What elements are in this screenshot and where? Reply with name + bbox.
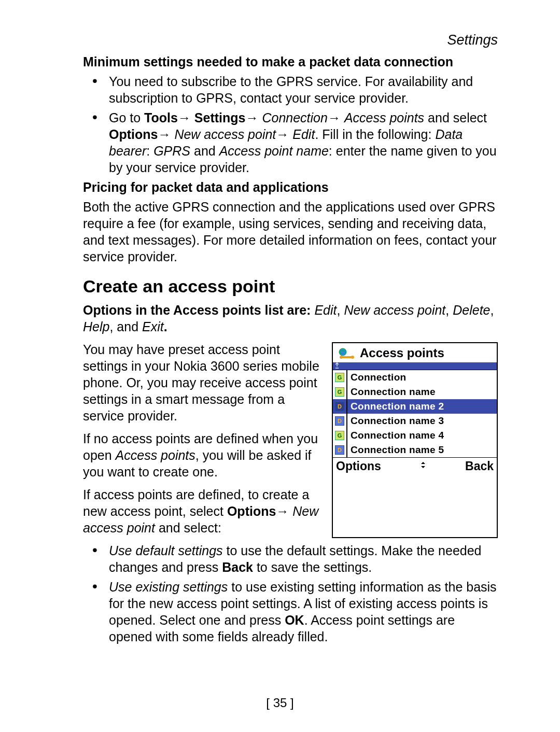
- phone-status-bar: [333, 362, 497, 370]
- ok-label: OK: [285, 613, 304, 627]
- phone-screenshot: Access points GGDDGD ConnectionConnectio…: [332, 342, 498, 538]
- softkey-back[interactable]: Back: [465, 459, 494, 474]
- data-icon: D: [333, 399, 346, 414]
- t: .: [164, 319, 167, 334]
- access-point-row[interactable]: Connection name 4: [347, 428, 497, 443]
- phone-title-text: Access points: [360, 345, 444, 361]
- t: to save the settings.: [253, 560, 372, 574]
- access-point-row[interactable]: Connection name: [347, 385, 497, 399]
- softkey-options[interactable]: Options: [336, 459, 381, 474]
- opt-new-access-point: New access point: [344, 303, 445, 317]
- data-icon: D: [333, 443, 346, 457]
- access-point-row[interactable]: Connection name 5: [347, 443, 497, 457]
- opt-delete: Delete: [453, 303, 490, 317]
- phone-titlebar: Access points: [333, 343, 497, 362]
- bullet-subscribe: You need to subscribe to the GPRS servic…: [83, 73, 498, 106]
- opt-exit: Exit: [142, 319, 164, 334]
- arrow-icon: →: [178, 110, 194, 125]
- opt-edit: Edit: [314, 303, 337, 317]
- settings-label: Settings: [194, 110, 246, 125]
- access-point-row[interactable]: Connection name 3: [347, 414, 497, 428]
- heading-create-access-point: Create an access point: [83, 275, 498, 298]
- subhead-pricing: Pricing for packet data and applications: [83, 179, 498, 195]
- edit-label: Edit: [292, 127, 315, 142]
- back-label: Back: [222, 560, 253, 574]
- options-label: Options: [227, 504, 276, 518]
- access-point-row[interactable]: Connection name 2: [347, 399, 497, 414]
- gprs-icon: G: [333, 385, 346, 399]
- svg-point-3: [351, 356, 354, 359]
- access-point-row[interactable]: Connection: [347, 370, 497, 385]
- bullet-path: Go to Tools→ Settings→ Connection→ Acces…: [83, 109, 498, 176]
- arrow-icon: →: [245, 110, 262, 125]
- bullet-use-existing: Use existing settings to use existing se…: [83, 579, 498, 645]
- data-icon: D: [333, 414, 346, 428]
- opt-help: Help: [83, 319, 109, 334]
- options-sentence: Options in the Access points list are: E…: [83, 302, 498, 335]
- page-number: [ 35 ]: [0, 695, 560, 711]
- svg-point-2: [340, 356, 343, 359]
- arrow-icon: →: [276, 504, 292, 518]
- t: :: [146, 144, 153, 158]
- access-points-label: Access points: [344, 110, 424, 125]
- nav-updown-icon[interactable]: [419, 461, 427, 472]
- t: and: [117, 319, 142, 334]
- globe-connector-icon: [337, 347, 355, 359]
- gprs-icon: G: [333, 428, 346, 443]
- signal-icon: [334, 362, 340, 370]
- tools-label: Tools: [144, 110, 178, 125]
- t: and select: [424, 110, 487, 125]
- gprs-icon: G: [333, 370, 346, 385]
- no-ap-para: If no access points are defined when you…: [83, 430, 321, 480]
- phone-list: GGDDGD ConnectionConnection nameConnecti…: [333, 370, 497, 458]
- t: Go to: [109, 110, 144, 125]
- t: and select:: [155, 520, 221, 535]
- options-label: Options: [109, 127, 158, 142]
- use-existing-label: Use existing settings: [109, 580, 228, 594]
- arrow-icon: →: [328, 110, 344, 125]
- apn-label: Access point name: [219, 144, 329, 158]
- connection-label: Connection: [262, 110, 327, 125]
- pricing-para: Both the active GPRS connection and the …: [83, 199, 498, 265]
- preset-para: You may have preset access point setting…: [83, 341, 321, 424]
- t: . Fill in the following:: [315, 127, 435, 142]
- ap-italic: Access points: [116, 448, 195, 462]
- arrow-icon: →: [276, 127, 292, 142]
- t: Options in the Access points list are:: [83, 303, 314, 317]
- create-ap-para: If access points are defined, to create …: [83, 486, 321, 536]
- subhead-min-settings: Minimum settings needed to make a packet…: [83, 53, 498, 70]
- bullet-use-default: Use default settings to use the default …: [83, 542, 498, 575]
- bullet-text: You need to subscribe to the GPRS servic…: [109, 74, 473, 105]
- use-default-label: Use default settings: [109, 543, 223, 558]
- section-tag: Settings: [83, 31, 498, 49]
- gprs-label: GPRS: [153, 144, 190, 158]
- arrow-icon: →: [158, 127, 174, 142]
- t: and: [190, 144, 219, 158]
- svg-point-0: [339, 348, 346, 356]
- phone-softkeys: Options Back: [333, 458, 497, 475]
- nap-label: New access point: [174, 127, 276, 142]
